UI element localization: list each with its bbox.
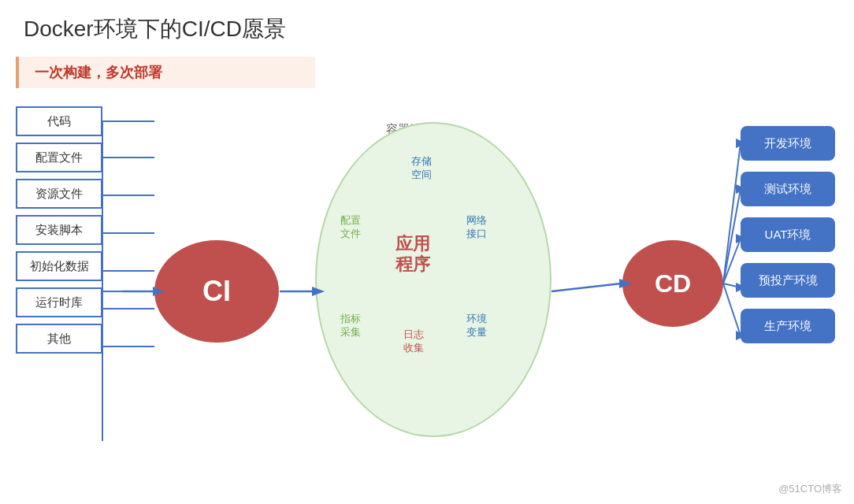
circle-content: 存储空间 配置文件 应用程序 网络接口 指标采集 日志收集 环境变量 [317,124,550,435]
right-boxes-container: 开发环境 测试环境 UAT环境 预投产环境 生产环境 [741,126,835,343]
container-circle: 存储空间 配置文件 应用程序 网络接口 指标采集 日志收集 环境变量 [315,122,551,437]
text-config: 配置文件 [340,214,361,241]
ci-ellipse: CI [154,240,279,343]
text-env: 环境变量 [466,313,487,339]
subtitle-banner: 一次构建，多次部署 [16,57,315,88]
text-app: 应用程序 [395,234,430,276]
right-box-preprod: 预投产环境 [741,263,835,298]
left-box-install: 安装脚本 [16,215,102,245]
text-metrics: 指标采集 [340,313,361,339]
svg-line-15 [723,143,741,284]
left-box-other: 其他 [16,324,102,354]
right-box-dev: 开发环境 [741,126,835,161]
cd-ellipse: CD [622,240,723,327]
watermark: @51CTO博客 [778,482,842,496]
svg-line-23 [723,284,741,335]
page: Docker环境下的CI/CD愿景 一次构建，多次部署 代码 配置文件 资源文件… [0,0,854,504]
text-network: 网络接口 [466,214,487,241]
page-title: Docker环境下的CI/CD愿景 [24,14,286,44]
svg-line-17 [723,189,741,284]
left-box-runtime: 运行时库 [16,287,102,317]
right-box-test: 测试环境 [741,172,835,206]
svg-line-21 [723,284,741,287]
svg-line-19 [723,239,741,284]
svg-line-13 [551,284,621,291]
text-storage: 存储空间 [411,155,432,182]
right-box-uat: UAT环境 [741,217,835,252]
left-box-code: 代码 [16,106,102,136]
left-box-init: 初始化数据 [16,251,102,281]
left-box-resource: 资源文件 [16,179,102,209]
left-box-config: 配置文件 [16,143,102,172]
left-boxes-container: 代码 配置文件 资源文件 安装脚本 初始化数据 运行时库 其他 [16,106,102,354]
right-box-prod: 生产环境 [741,309,835,343]
text-logs: 日志收集 [403,328,424,355]
